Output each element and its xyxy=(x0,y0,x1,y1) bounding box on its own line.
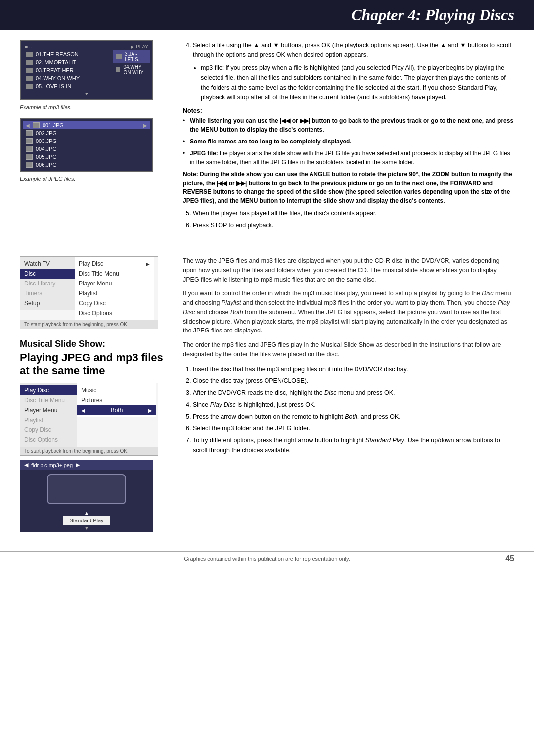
sub-item-playlist: Playlist xyxy=(20,415,77,425)
menu-item-timers: Timers xyxy=(20,288,75,298)
scroll-down-arrow: ▼ xyxy=(84,525,89,531)
submenu-left-panel: Play Disc Disc Title Menu Player Menu Pl… xyxy=(20,383,77,447)
notes-label: Notes: xyxy=(183,107,514,114)
menu-item-disc: Disc xyxy=(20,269,75,279)
sub-right-music: Music xyxy=(77,385,156,395)
jpeg-row-5: 006.JPG xyxy=(23,161,150,169)
file-icon-3 xyxy=(26,68,33,73)
sub-item-disctitle: Disc Title Menu xyxy=(20,395,77,405)
jpeg-row-3: 004.JPG xyxy=(23,145,150,153)
top-steps: Select a file using the ▲ and ▼ buttons,… xyxy=(183,40,514,102)
submenu-right-panel: Music Pictures ◀ Both ▶ xyxy=(77,383,156,417)
section-subtitle: Playing JPEG and mp3 files at the same t… xyxy=(20,351,163,377)
step-4: Select a file using the ▲ and ▼ buttons,… xyxy=(193,40,514,102)
musical-step-3: After the DVD/VCR reads the disc, highli… xyxy=(193,388,514,398)
file-icon-2 xyxy=(26,60,33,65)
menu-right-playdisc: Play Disc ▶ xyxy=(75,259,154,269)
mp3-row-3: 03.TREAT HER xyxy=(23,66,109,74)
mp3-header-left: ■ .. xyxy=(25,44,32,49)
musical-step-2: Close the disc tray (press OPEN/CLOSE). xyxy=(193,376,514,386)
file-icon-s2 xyxy=(116,67,120,72)
page-number: 45 xyxy=(505,554,514,563)
top-right-col: Select a file using the ▲ and ▼ buttons,… xyxy=(178,40,514,235)
jpeg-row-0: ◀ 001.JPG ▶ xyxy=(23,121,150,129)
menu-right-disctitle: Disc Title Menu xyxy=(75,269,154,279)
section-para3: The order the mp3 files and JPEG files p… xyxy=(183,340,514,359)
sub-item-playdisc: Play Disc xyxy=(20,385,77,395)
menu-left-panel: Watch TV Disc Disc Library Timers Setup xyxy=(20,257,75,310)
jpeg-row-1: 002.JPG xyxy=(23,129,150,137)
mp3-header-right: ▶ PLAY xyxy=(131,44,148,49)
musical-step-1: Insert the disc that has the mp3 and jpe… xyxy=(193,364,514,374)
jpeg-icon-5 xyxy=(26,162,33,168)
folder-inner-box xyxy=(47,474,126,504)
file-icon-4 xyxy=(26,76,33,81)
menu-item-setup: Setup xyxy=(20,298,75,308)
note-1: While listening you can use the |◀◀ or ▶… xyxy=(183,116,514,134)
menu-item-disclibrary: Disc Library xyxy=(20,279,75,288)
playdisc-submenu-screen: Play Disc Disc Title Menu Player Menu Pl… xyxy=(20,383,158,456)
section-para2: If you want to control the order in whic… xyxy=(183,289,514,335)
arrow-right-playdisc: ▶ xyxy=(146,261,150,267)
sub-item-copydisc: Copy Disc xyxy=(20,425,77,435)
jpeg-icon-2 xyxy=(26,138,33,144)
menu-right-copydisc: Copy Disc xyxy=(75,298,154,308)
musical-step-5: Press the arrow down button on the remot… xyxy=(193,412,514,422)
mp3-screen: ■ .. ▶ PLAY 01.THE REASON 02.IMMORTALIT xyxy=(20,40,153,100)
menu-right-playermenu: Player Menu xyxy=(75,279,154,288)
mp3-side-row-2: 04.WHY ON WHY xyxy=(113,63,150,76)
file-icon-5 xyxy=(26,84,33,89)
musical-step-7: To try different options, press the righ… xyxy=(193,435,514,455)
mp3-screen-header: ■ .. ▶ PLAY xyxy=(23,43,150,50)
bottom-right-col: The way the JPEG files and mp3 files are… xyxy=(178,256,514,536)
musical-steps-list: Insert the disc that has the mp3 and jpe… xyxy=(183,364,514,455)
folder-content xyxy=(20,470,153,509)
menu1-footer: To start playback from the beginning, pr… xyxy=(20,320,158,329)
folder-header: ◀ fldr pic mp3+jpeg ▶ xyxy=(20,460,153,470)
step-6: Press STOP to end playback. xyxy=(193,220,514,230)
top-section: ■ .. ▶ PLAY 01.THE REASON 02.IMMORTALIT xyxy=(0,30,534,235)
arrow-right-both: ▶ xyxy=(148,408,152,413)
page-footer: Graphics contained within this publicati… xyxy=(0,551,534,566)
folder-footer: ▲ Standard Play ▼ xyxy=(20,509,153,532)
jpeg-icon-4 xyxy=(26,154,33,160)
bottom-section: Watch TV Disc Disc Library Timers Setup … xyxy=(0,251,534,541)
file-icon-1 xyxy=(26,52,33,57)
bottom-steps: When the player has played all the files… xyxy=(183,208,514,230)
step-5: When the player has played all the files… xyxy=(193,208,514,218)
note-4-bold: Note: During the slide show you can use … xyxy=(183,170,514,205)
jpeg-screen: ◀ 001.JPG ▶ 002.JPG 003.JPG 004.JPG 005.… xyxy=(20,118,153,172)
bullet-mp3: mp3 file: if you press play when a file … xyxy=(201,63,514,102)
jpeg-icon-3 xyxy=(26,146,33,152)
main-menu-screen: Watch TV Disc Disc Library Timers Setup … xyxy=(20,256,158,329)
jpeg-row-2: 003.JPG xyxy=(23,137,150,145)
file-icon-s1 xyxy=(116,54,122,59)
section-title: Musical Slide Show: xyxy=(20,339,163,349)
scroll-up-arrow: ▲ xyxy=(84,510,89,516)
sub-item-playermenu: Player Menu xyxy=(20,405,77,415)
mp3-caption: Example of mp3 files. xyxy=(20,104,163,110)
menu-item-watchtv: Watch TV xyxy=(20,259,75,269)
jpeg-caption: Example of JPEG files. xyxy=(20,176,163,182)
note-2: Some file names are too long to be compl… xyxy=(183,137,514,146)
mp3-row-4: 04.WHY ON WHY xyxy=(23,74,109,82)
top-left-col: ■ .. ▶ PLAY 01.THE REASON 02.IMMORTALIT xyxy=(20,40,163,235)
menu-right-discoptions: Disc Options xyxy=(75,308,154,318)
mp3-row-5: 05.LOVE IS IN xyxy=(23,82,109,90)
section-para1: The way the JPEG files and mp3 files are… xyxy=(183,256,514,284)
menu2-footer: To start playback from the beginning, pr… xyxy=(20,447,158,455)
mp3-row-2: 02.IMMORTALIT xyxy=(23,58,109,66)
jpeg-icon-1 xyxy=(26,130,33,136)
folder-screen: ◀ fldr pic mp3+jpeg ▶ ▲ Standard Play ▼ xyxy=(20,460,153,532)
std-play-box: Standard Play xyxy=(63,516,110,525)
section-divider xyxy=(20,243,514,243)
sub-right-both: ◀ Both ▶ xyxy=(77,405,156,415)
menu-right-panel: Play Disc ▶ Disc Title Menu Player Menu … xyxy=(75,257,154,320)
jpeg-icon-0 xyxy=(33,122,40,128)
folder-arrow-right: ▶ xyxy=(76,462,80,468)
menu-right-playlist: Playlist xyxy=(75,288,154,298)
footer-text: Graphics contained within this publicati… xyxy=(184,556,350,562)
bottom-left-col: Watch TV Disc Disc Library Timers Setup … xyxy=(20,256,163,536)
mp3-row-1: 01.THE REASON xyxy=(23,50,109,58)
mp3-scroll-down: ▼ xyxy=(23,90,150,97)
